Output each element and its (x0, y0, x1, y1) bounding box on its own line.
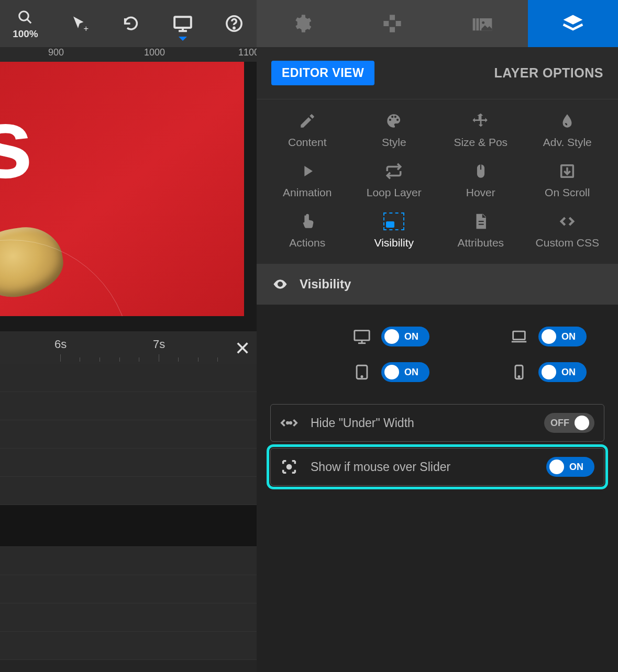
svg-rect-3 (174, 17, 191, 28)
tab-layers[interactable] (528, 0, 619, 47)
undo-tool[interactable] (121, 14, 141, 33)
droplet-icon (558, 112, 576, 130)
svg-rect-13 (477, 18, 479, 30)
phone-icon (510, 363, 528, 381)
tablet-icon (353, 363, 371, 381)
device-preview[interactable] (173, 14, 193, 33)
magnifier-icon (15, 7, 35, 27)
layers-icon (561, 12, 584, 35)
opt-attributes[interactable]: Attributes (437, 212, 524, 249)
editor-view-button[interactable]: EDITOR VIEW (271, 61, 374, 85)
download-icon (558, 162, 576, 180)
opt-on-scroll[interactable]: On Scroll (524, 162, 611, 199)
move-icon (472, 112, 490, 130)
help-tool[interactable] (224, 14, 244, 33)
time-ticks (0, 354, 225, 364)
desktop-icon (353, 328, 371, 345)
timeline-row[interactable] (0, 420, 257, 449)
timeline-row[interactable] (0, 575, 257, 603)
svg-point-31 (290, 422, 291, 424)
tab-navigation[interactable] (347, 0, 438, 47)
opt-label: Adv. Style (543, 136, 592, 149)
panel-tabs (257, 0, 618, 47)
toggle-label: ON (404, 331, 418, 342)
opt-label: Visibility (374, 237, 414, 249)
timeline-rows (0, 364, 257, 672)
device-visibility-grid: ON ON ON ON (257, 305, 618, 401)
time-mark: 7s (153, 338, 165, 351)
opt-label: Loop Layer (367, 186, 422, 199)
svg-rect-25 (513, 331, 525, 340)
editor-left-panel: 100% + 900 1000 1100 ness (0, 0, 257, 672)
svg-rect-10 (383, 21, 389, 26)
gallery-icon (471, 13, 494, 34)
opt-size-pos[interactable]: Size & Pos (437, 112, 524, 149)
vis-phone: ON (510, 362, 587, 382)
svg-line-1 (27, 19, 31, 24)
opt-label: Size & Pos (454, 136, 507, 149)
vis-tablet: ON (353, 362, 429, 382)
timeline-row[interactable] (0, 603, 257, 632)
timeline-row[interactable] (0, 449, 257, 477)
timeline-row[interactable] (0, 505, 257, 547)
cursor-tool[interactable]: + (70, 14, 90, 33)
opt-custom-css[interactable]: Custom CSS (524, 212, 611, 249)
layer-options-title: LAYER OPTIONS (494, 65, 603, 81)
opt-actions[interactable]: Actions (264, 212, 351, 249)
timeline-row[interactable] (0, 364, 257, 392)
svg-point-29 (518, 376, 520, 377)
undo-icon (121, 14, 141, 33)
opt-animation[interactable]: Animation (264, 162, 351, 199)
loop-icon (385, 162, 403, 180)
editor-toolbar: 100% + (0, 0, 257, 47)
ruler-mark: 1100 (238, 47, 257, 58)
timeline-row[interactable] (0, 547, 257, 575)
mouse-icon (472, 162, 490, 180)
opt-label: Actions (289, 237, 325, 249)
svg-text:+: + (84, 24, 89, 33)
canvas-area[interactable]: ness (0, 62, 257, 331)
svg-rect-22 (355, 331, 369, 340)
slide-canvas[interactable]: ness (0, 62, 244, 316)
focus-icon (280, 458, 298, 476)
tab-media[interactable] (437, 0, 528, 47)
palette-icon (385, 112, 403, 130)
svg-rect-8 (390, 15, 395, 20)
toggle-desktop[interactable]: ON (381, 327, 429, 346)
svg-point-30 (287, 422, 289, 424)
close-icon[interactable]: ✕ (235, 338, 250, 360)
timeline-row[interactable] (0, 477, 257, 505)
opt-style[interactable]: Style (351, 112, 438, 149)
row-label: Show if mouse over Slider (311, 460, 450, 474)
dpad-icon (382, 13, 403, 34)
zoom-tool[interactable]: 100% (13, 7, 38, 40)
section-visibility-header: Visibility (257, 264, 618, 305)
toggle-tablet[interactable]: ON (381, 362, 429, 382)
opt-label: On Scroll (545, 186, 590, 199)
opt-adv-style[interactable]: Adv. Style (524, 112, 611, 149)
pencil-icon (299, 112, 316, 130)
visibility-icon (383, 212, 404, 230)
opt-content[interactable]: Content (264, 112, 351, 149)
opt-loop-layer[interactable]: Loop Layer (351, 162, 438, 199)
layer-option-grid: Content Style Size & Pos Adv. Style Anim… (257, 99, 618, 264)
toggle-label: ON (561, 367, 576, 378)
desktop-icon (173, 14, 193, 33)
canvas-text-layer[interactable]: ness (0, 86, 28, 200)
toggle-phone[interactable]: ON (538, 362, 587, 382)
ruler-mark: 900 (48, 47, 64, 58)
opt-label: Hover (466, 186, 495, 199)
timeline-row[interactable] (0, 392, 257, 420)
tab-settings[interactable] (257, 0, 347, 47)
eye-icon (272, 276, 288, 292)
opt-hover[interactable]: Hover (437, 162, 524, 199)
toggle-show-mouseover[interactable]: ON (546, 457, 594, 477)
horizontal-ruler: 900 1000 1100 (0, 47, 257, 62)
gear-icon (291, 13, 312, 34)
opt-visibility[interactable]: Visibility (351, 212, 438, 249)
laptop-icon (510, 328, 528, 345)
row-show-if-mouseover: Show if mouse over Slider ON (270, 448, 604, 486)
timeline-row[interactable] (0, 632, 257, 660)
toggle-laptop[interactable]: ON (538, 327, 587, 346)
toggle-hide-under[interactable]: OFF (544, 413, 594, 433)
